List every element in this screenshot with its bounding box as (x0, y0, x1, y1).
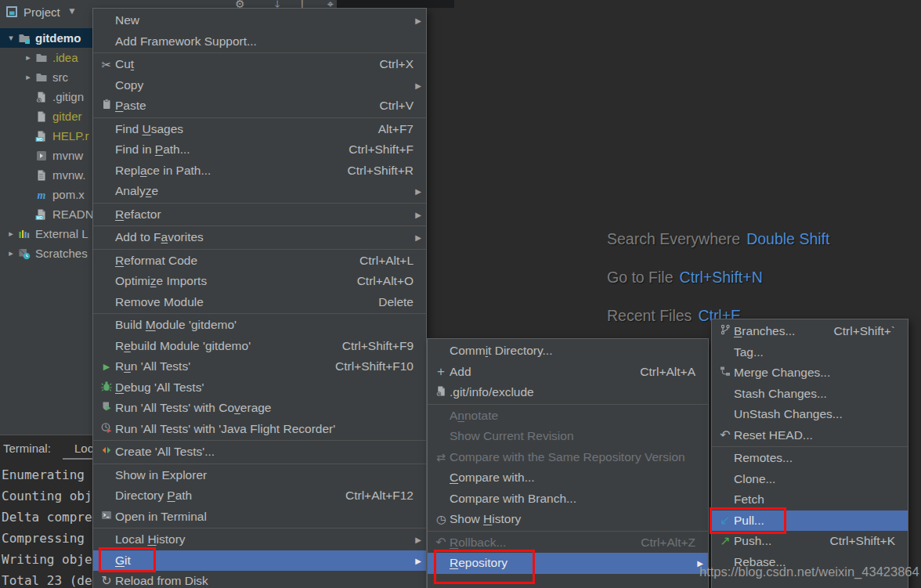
menu-item-label: Commit Directory... (450, 344, 552, 358)
menu-item-directory-path[interactable]: Directory PathCtrl+Alt+F12 (93, 485, 426, 507)
menu-item-icon-slot (98, 254, 115, 267)
tree-item-label: External L (35, 227, 88, 240)
menu-item-compare-with-branch[interactable]: Compare with Branch... (428, 489, 708, 510)
menu-item-reset-head[interactable]: ↶Reset HEAD... (712, 425, 908, 446)
menu-item-label: Show Current Revision (450, 429, 574, 443)
maven-icon: m (34, 189, 49, 201)
menu-separator (93, 464, 426, 464)
menu-item-reformat-code[interactable]: Reformat CodeCtrl+Alt+L (93, 251, 426, 272)
clock-icon: ◷ (436, 514, 446, 525)
terminal-line: Counting obj (2, 485, 92, 507)
menu-item-debug-all-tests[interactable]: Debug 'All Tests' (93, 377, 426, 399)
menu-item-copy[interactable]: Copy▶ (93, 75, 426, 96)
menu-item-analyze[interactable]: Analyze▶ (93, 181, 426, 202)
menu-item-open-in-terminal[interactable]: Open in Terminal (93, 507, 426, 528)
project-panel-title[interactable]: Project (23, 5, 60, 19)
folder-icon (34, 52, 49, 64)
menu-item-label: Clone... (734, 472, 775, 486)
menu-item-optimize-imports[interactable]: Optimize ImportsCtrl+Alt+O (93, 271, 426, 292)
menu-item-show-history[interactable]: ◷Show History (428, 509, 708, 530)
menu-item-run-all-tests-with-java-flight-recorder[interactable]: Run 'All Tests' with 'Java Flight Record… (93, 419, 426, 440)
menu-item-remove-module[interactable]: Remove ModuleDelete (93, 292, 426, 313)
plus-icon: + (437, 365, 445, 378)
menu-item-branches[interactable]: Branches...Ctrl+Shift+` (712, 321, 908, 342)
menu-item-label: Add (450, 365, 471, 379)
menu-separator (93, 203, 426, 204)
highlight-box-repository (434, 550, 535, 584)
terminal-tab-local[interactable]: Loc (74, 442, 93, 455)
chevron-down-icon[interactable]: ▼ (67, 5, 77, 16)
menu-item-label: Open in Terminal (115, 510, 207, 524)
context-menu: New▶Add Framework Support...✂CutCtrl+XCo… (92, 8, 427, 588)
menu-item-show-current-revision: Show Current Revision (428, 426, 708, 447)
menu-item-add-framework-support[interactable]: Add Framework Support... (93, 31, 426, 52)
menu-item-icon-slot: ↶ (717, 429, 734, 442)
hint-label: Recent Files (607, 307, 692, 324)
menu-item-compare-with[interactable]: Compare with... (428, 467, 708, 489)
menu-item-icon-slot (98, 319, 115, 331)
menu-item-icon-slot (717, 325, 734, 337)
menu-item-commit-directory[interactable]: Commit Directory... (428, 341, 708, 362)
chevron-right-icon[interactable]: ▸ (22, 52, 34, 63)
menu-item-icon-slot (98, 208, 115, 221)
menu-item-label: Add to Favorites (115, 230, 204, 244)
menu-item-remotes[interactable]: Remotes... (712, 448, 908, 469)
menu-item-refactor[interactable]: Refactor▶ (93, 204, 426, 225)
menu-item-icon-slot (98, 446, 115, 458)
menu-item-cut[interactable]: ✂CutCtrl+X (93, 54, 426, 75)
menu-item-stash-changes[interactable]: Stash Changes... (712, 384, 908, 405)
menu-item-label: Run 'All Tests' with 'Java Flight Record… (115, 422, 335, 436)
menu-item-shortcut: Alt+F7 (359, 122, 414, 136)
menu-item-merge-changes[interactable]: Merge Changes... (712, 363, 908, 384)
menu-item-create-all-tests[interactable]: Create 'All Tests'... (93, 442, 426, 463)
tree-item-label: mvnw (52, 149, 83, 162)
menu-item-run-all-tests-with-coverage[interactable]: Run 'All Tests' with Coverage (93, 398, 426, 419)
chevron-right-icon[interactable]: ▸ (5, 248, 17, 258)
menu-item-rebuild-module-gitdemo[interactable]: Rebuild Module 'gitdemo'Ctrl+Shift+F9 (93, 336, 426, 357)
menu-item-unstash-changes[interactable]: UnStash Changes... (712, 404, 908, 425)
menu-item-new[interactable]: New▶ (93, 10, 426, 31)
file-md-icon: MD (34, 208, 49, 221)
menu-item-replace-in-path[interactable]: Replace in Path...Ctrl+Shift+R (93, 161, 426, 182)
menu-separator (93, 313, 426, 314)
menu-item-icon-slot: ↻ (98, 575, 115, 587)
submenu-arrow-icon: ▶ (415, 81, 421, 89)
menu-item-icon-slot (432, 471, 450, 484)
chevron-down-icon[interactable]: ▾ (5, 33, 17, 43)
tree-item-label: gitder (52, 110, 82, 123)
menu-item-icon-slot (98, 275, 115, 287)
menu-item-icon-slot (98, 35, 115, 48)
menu-item-paste[interactable]: PasteCtrl+V (93, 96, 426, 117)
menu-item-label: Compare with the Same Repository Version (450, 450, 685, 464)
menu-item-git-info-exclude[interactable]: .git/info/exclude (428, 382, 708, 403)
chevron-right-icon[interactable]: ▸ (22, 72, 34, 82)
project-tool-window-icon (6, 6, 17, 20)
menu-item-shortcut: Ctrl+X (361, 57, 414, 71)
chevron-right-icon[interactable]: ▸ (5, 229, 17, 239)
scissors-icon: ✂ (102, 59, 112, 70)
menu-item-reload-from-disk[interactable]: ↻Reload from Disk (93, 571, 426, 588)
menu-item-label: Branches... (734, 324, 795, 338)
menu-item-icon-slot (717, 366, 734, 379)
menu-item-label: Run 'All Tests' (115, 359, 190, 373)
branch-icon (720, 324, 731, 338)
menu-item-run-all-tests[interactable]: ▶Run 'All Tests'Ctrl+Shift+F10 (93, 356, 426, 377)
menu-item-find-in-path[interactable]: Find in Path...Ctrl+Shift+F (93, 139, 426, 161)
ide-window: Project ▼ ⚙⤓|⌖ ▾gitdemo▸.idea▸src.gitign… (0, 0, 921, 588)
menu-item-tag[interactable]: Tag... (712, 342, 908, 363)
menu-item-icon-slot (432, 492, 450, 505)
menu-item-clone[interactable]: Clone... (712, 469, 908, 490)
menu-item-build-module-gitdemo[interactable]: Build Module 'gitdemo' (93, 315, 426, 336)
menu-item-shortcut: Ctrl+Shift+` (815, 324, 895, 338)
menu-separator (428, 531, 708, 532)
menu-item-find-usages[interactable]: Find UsagesAlt+F7 (93, 119, 426, 140)
menu-item-icon-slot (432, 345, 450, 357)
menu-item-show-in-explorer[interactable]: Show in Explorer (93, 465, 426, 486)
menu-separator (93, 52, 426, 53)
file-excluded-icon (34, 91, 49, 103)
scratches-icon (17, 247, 31, 260)
menu-item-add[interactable]: +AddCtrl+Alt+A (428, 362, 708, 383)
menu-separator (93, 117, 426, 118)
menu-item-add-to-favorites[interactable]: Add to Favorites▶ (93, 227, 426, 248)
active-tab-indicator (63, 458, 96, 460)
